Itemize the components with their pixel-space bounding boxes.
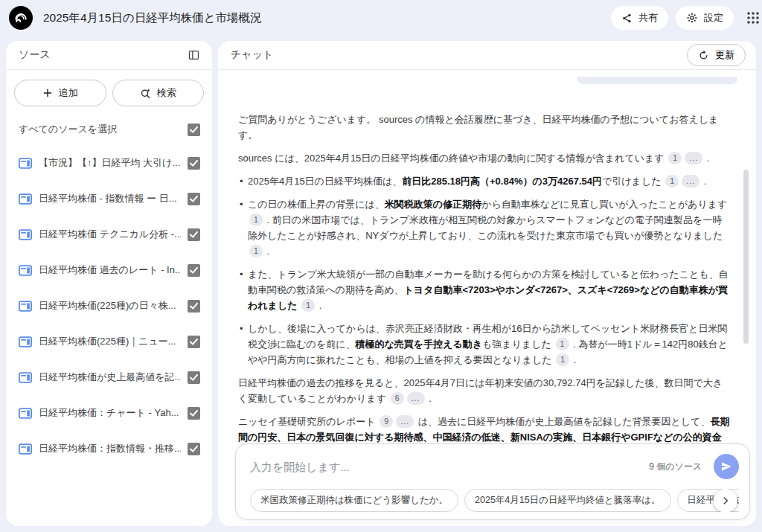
source-item-checkbox[interactable] <box>188 407 200 420</box>
citation-chip[interactable]: ... <box>396 415 414 428</box>
chat-panel-title: チャット <box>231 48 273 62</box>
chat-paragraph: 日経平均株価の過去の推移を見ると、2025年4月7日には年初来安値の30,792… <box>238 375 731 406</box>
source-item-label: 日経平均株価：指数情報・推移... <box>39 442 181 455</box>
source-item-label: 【市況】【↑】日経平均 大引け... <box>39 156 181 170</box>
source-item-label: 日経平均株価が史上最高値を記... <box>39 371 181 384</box>
citation-chip[interactable]: 1 <box>665 175 679 188</box>
source-item-checkbox[interactable] <box>188 443 200 455</box>
source-item-label: 日経平均株価 過去のレート - In... <box>39 263 181 277</box>
chat-input-container: 9 個のソース 米国政策修正期待は株価にどう影響したか。2025年4月15日の日… <box>235 443 750 520</box>
source-item[interactable]: 日経平均株価 - 指数情報 ー 日... <box>6 181 212 217</box>
select-all-checkbox[interactable] <box>188 124 200 136</box>
source-item-checkbox[interactable] <box>188 193 200 205</box>
web-source-icon <box>19 443 32 455</box>
search-icon <box>140 88 151 99</box>
web-source-icon <box>19 408 32 419</box>
panel-collapse-icon <box>188 49 200 61</box>
share-button[interactable]: 共有 <box>611 6 668 30</box>
refresh-chat-button[interactable]: 更新 <box>687 44 746 66</box>
gear-icon <box>686 12 698 24</box>
source-item-checkbox[interactable] <box>188 264 200 277</box>
chat-paragraph: ご質問ありがとうございます。 sources の情報と会話履歴に基づき、日経平均… <box>238 112 731 143</box>
send-icon <box>720 461 732 472</box>
citation-chip[interactable]: 1 <box>556 353 569 366</box>
source-item[interactable]: 日経平均株価 過去のレート - In... <box>6 252 212 288</box>
source-item-label: 日経平均株価 - 指数情報 ー 日... <box>39 192 181 205</box>
user-message-bubble <box>577 77 737 84</box>
notebook-title[interactable]: 2025年4月15日の日経平均株価と市場概況 <box>43 10 611 26</box>
citation-chip[interactable]: 1 <box>249 214 263 226</box>
source-item[interactable]: 日経平均株価：チャート - Yah... <box>6 395 212 431</box>
logo-waves-icon <box>13 10 28 25</box>
apps-grid-icon[interactable] <box>746 11 760 25</box>
source-item[interactable]: 日経平均株価が史上最高値を記... <box>6 359 212 395</box>
citation-chip[interactable]: 1 <box>249 245 263 257</box>
select-all-label: すべてのソースを選択 <box>19 123 117 136</box>
sources-panel: ソース 追加 検索 <box>6 41 212 526</box>
citation-chip[interactable]: 6 <box>391 392 404 405</box>
assistant-message: ご質問ありがとうございます。 sources の情報と会話履歴に基づき、日経平均… <box>218 70 754 492</box>
share-icon <box>621 13 633 24</box>
citation-chip[interactable]: ... <box>682 175 699 188</box>
suggestion-chip[interactable]: 米国政策修正期待は株価にどう影響したか。 <box>250 489 458 512</box>
settings-label: 設定 <box>704 11 723 25</box>
sources-panel-title: ソース <box>19 48 51 62</box>
refresh-chat-label: 更新 <box>715 48 734 62</box>
chat-scrollbar-thumb[interactable] <box>743 170 749 344</box>
chat-bullet-item: また、トランプ米大統領が一部の自動車メーカーを助ける何らかの方策を検討していると… <box>238 266 731 313</box>
web-source-icon <box>19 193 32 205</box>
collapse-panel-button[interactable] <box>186 48 202 63</box>
source-item[interactable]: 【市況】【↑】日経平均 大引け... <box>6 145 212 181</box>
chat-bullet-item: この日の株価上昇の背景には、米関税政策の修正期待から自動車株などに見直し買いが入… <box>238 196 731 259</box>
citation-chip[interactable]: 9 <box>380 415 393 428</box>
chat-body: ご質問ありがとうございます。 sources の情報と会話履歴に基づき、日経平均… <box>218 70 756 525</box>
chat-panel: チャット 更新 ご質問ありがとうございます。 sources の情報と会話履歴に… <box>218 41 756 526</box>
source-item[interactable]: 日経平均株価 テクニカル分析 -... <box>6 217 212 252</box>
settings-button[interactable]: 設定 <box>676 6 734 30</box>
web-source-icon <box>19 158 32 169</box>
citation-chip[interactable]: ... <box>685 152 702 164</box>
source-item-label: 日経平均株価：チャート - Yah... <box>39 406 181 420</box>
citation-chip[interactable]: ... <box>407 392 425 405</box>
send-button[interactable] <box>714 454 739 479</box>
source-count: 9 個のソース <box>649 461 702 473</box>
refresh-icon <box>698 50 709 61</box>
source-item-checkbox[interactable] <box>188 300 200 313</box>
discover-sources-button[interactable]: 検索 <box>112 80 205 106</box>
source-list: 【市況】【↑】日経平均 大引け...日経平均株価 - 指数情報 ー 日...日経… <box>6 141 212 467</box>
main-layout: ソース 追加 検索 <box>0 36 762 532</box>
chat-bullet-item: しかし、後場に入ってからは、赤沢亮正経済財政・再生相が16日から訪米してベッセン… <box>238 321 731 368</box>
web-source-icon <box>19 372 32 383</box>
source-item-checkbox[interactable] <box>188 228 200 241</box>
source-item-label: 日経平均株価(225種)の日々株... <box>39 299 181 313</box>
chat-input[interactable] <box>250 461 641 473</box>
plus-icon <box>42 88 53 98</box>
web-source-icon <box>19 229 32 240</box>
select-all-row: すべてのソースを選択 <box>6 109 212 141</box>
citation-chip[interactable]: 1 <box>301 299 315 312</box>
source-item[interactable]: 日経平均株価：指数情報・推移... <box>6 431 212 467</box>
share-label: 共有 <box>638 11 658 25</box>
add-source-label: 追加 <box>59 86 78 100</box>
chat-bullet-item: 2025年4月15日の日経平均株価は、前日比285.18円高（+0.84%）の3… <box>238 173 731 189</box>
top-bar: 2025年4月15日の日経平均株価と市場概況 共有 <box>0 0 762 36</box>
source-item-label: 日経平均株価(225種)｜ニュー... <box>39 335 181 348</box>
citation-chip[interactable]: 1 <box>556 338 569 350</box>
source-item-checkbox[interactable] <box>188 371 200 384</box>
suggestion-chips-row: 米国政策修正期待は株価にどう影響したか。2025年4月15日の日経平均終値と騰落… <box>250 489 739 512</box>
discover-sources-label: 検索 <box>157 86 176 100</box>
web-source-icon <box>19 301 32 312</box>
source-item-checkbox[interactable] <box>188 336 200 348</box>
chevron-right-icon <box>720 496 731 506</box>
citation-chip[interactable]: 1 <box>668 152 682 164</box>
source-item[interactable]: 日経平均株価(225種)｜ニュー... <box>6 324 212 359</box>
web-source-icon <box>19 265 32 276</box>
add-source-button[interactable]: 追加 <box>14 80 106 106</box>
next-suggestions-button[interactable] <box>714 489 737 512</box>
suggestion-chip[interactable]: 2025年4月15日の日経平均終値と騰落率は。 <box>464 489 671 512</box>
source-item-label: 日経平均株価 テクニカル分析 -... <box>39 228 181 241</box>
source-item[interactable]: 日経平均株価(225種)の日々株... <box>6 288 212 324</box>
source-item-checkbox[interactable] <box>188 157 200 170</box>
chat-paragraph: sources には、2025年4月15日の日経平均株価の終値や市場の動向に関す… <box>238 150 731 166</box>
notebooklm-logo[interactable] <box>9 6 33 30</box>
